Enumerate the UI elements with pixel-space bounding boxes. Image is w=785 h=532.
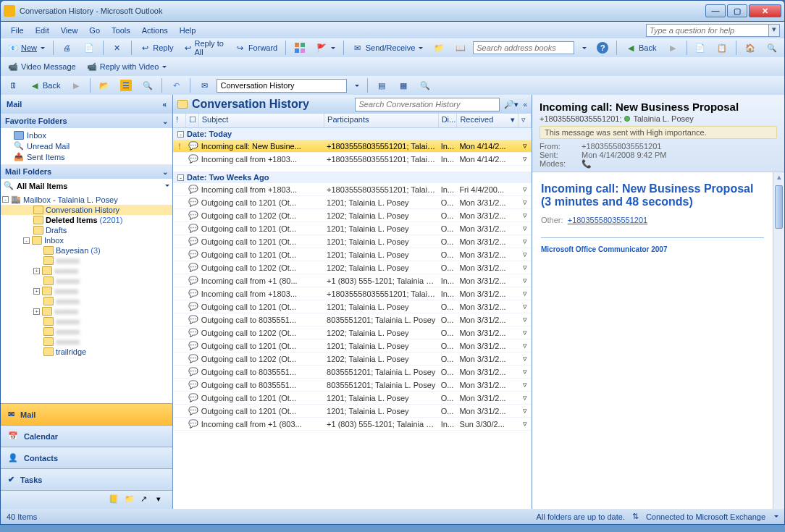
big-calendar-button[interactable]: 📅Calendar: [1, 425, 172, 447]
back2-button[interactable]: ◀Back: [25, 77, 64, 93]
message-row[interactable]: 💬Outgoing call to 1201 (Ot...1201; Talai…: [173, 339, 532, 352]
message-row[interactable]: 💬Outgoing call to 1201 (Ot...1201; Talai…: [173, 196, 532, 209]
message-row[interactable]: 💬Outgoing call to 1201 (Ot...1201; Talai…: [173, 392, 532, 405]
search-books-dropdown[interactable]: [577, 45, 590, 51]
all-mail-items[interactable]: 🔍 All Mail Items: [1, 179, 172, 193]
tree-row[interactable]: +xxxxxx: [1, 306, 172, 316]
print3-button[interactable]: 🔍: [138, 77, 157, 93]
tree-row[interactable]: trailridge: [1, 347, 172, 357]
message-row[interactable]: 💬Incoming call from +1 (803...+1 (803) 5…: [173, 418, 532, 431]
view-btn-b[interactable]: ▦: [394, 77, 413, 93]
reading-pane-button[interactable]: ☰: [117, 77, 135, 93]
big-tasks-button[interactable]: ✔Tasks: [1, 468, 172, 490]
view-btn-a[interactable]: ▤: [372, 77, 391, 93]
current-folder-combo[interactable]: [217, 79, 347, 93]
group-header[interactable]: - Date: Today: [173, 128, 532, 140]
message-row[interactable]: 💬Outgoing call to 1202 (Ot...1202; Talai…: [173, 261, 532, 274]
menu-view[interactable]: View: [55, 25, 84, 36]
forward-button[interactable]: ↪Forward: [231, 40, 281, 56]
menu-file[interactable]: File: [5, 25, 30, 36]
tree-mailbox[interactable]: -🏬Mailbox - Talainia L. Posey: [1, 194, 172, 205]
fav-inbox[interactable]: Inbox: [14, 130, 172, 140]
message-row[interactable]: 💬Outgoing call to 1201 (Ot...1201; Talai…: [173, 222, 532, 235]
outlook-today-button[interactable]: 🗓: [4, 77, 22, 93]
message-row[interactable]: 💬Incoming call from +1803...+18035558035…: [173, 287, 532, 300]
print-button[interactable]: 🖨: [58, 40, 77, 56]
col-participants[interactable]: Participants: [324, 114, 439, 127]
message-row[interactable]: 💬Outgoing call to 1201 (Ot...1201; Talai…: [173, 405, 532, 418]
tree-row[interactable]: Deleted Items (2201): [1, 215, 172, 225]
forward-nav-button[interactable]: ▶: [663, 40, 682, 56]
tree-row[interactable]: xxxxxx: [1, 316, 172, 326]
minimize-button[interactable]: —: [705, 4, 726, 17]
other-number-link[interactable]: +18035558035551201: [568, 216, 647, 224]
tree-row[interactable]: xxxxxx: [1, 256, 172, 266]
undo-button[interactable]: ↶: [167, 77, 185, 93]
search-address-books-input[interactable]: [473, 41, 574, 54]
message-row[interactable]: !💬Incoming call: New Busine...+180355580…: [173, 140, 532, 153]
followup-button[interactable]: 🚩: [312, 40, 339, 56]
scroll-thumb[interactable]: [775, 185, 783, 229]
find-button[interactable]: 🔍: [763, 40, 781, 56]
rules-button[interactable]: ✉: [195, 77, 214, 93]
notes-shortcut-icon[interactable]: 📒: [109, 494, 120, 506]
fav-folders-header[interactable]: Favorite Folders⌄: [1, 114, 172, 128]
col-direction[interactable]: Di...: [439, 114, 458, 127]
collapse-search-button[interactable]: «: [523, 101, 527, 109]
message-row[interactable]: 💬Outgoing call to 8035551...8035551201; …: [173, 366, 532, 379]
up-folder-button[interactable]: 📂: [95, 77, 114, 93]
message-row[interactable]: 💬Outgoing call to 1201 (Ot...1201; Talai…: [173, 300, 532, 313]
help-button[interactable]: ?: [593, 40, 612, 56]
tree-row[interactable]: xxxxxx: [1, 337, 172, 347]
help-search-input[interactable]: [646, 24, 769, 37]
fav-sent[interactable]: 📤Sent Items: [14, 151, 172, 162]
message-row[interactable]: 💬Outgoing call to 1201 (Ot...1201; Talai…: [173, 248, 532, 261]
home-button[interactable]: 🏠: [741, 40, 760, 56]
menu-help[interactable]: Help: [174, 25, 202, 36]
search-go-icon[interactable]: 🔎▾: [504, 100, 519, 109]
back-button[interactable]: ◀Back: [621, 40, 660, 56]
tree-row[interactable]: xxxxxx: [1, 326, 172, 337]
shortcuts-icon[interactable]: ↗: [140, 494, 152, 506]
message-row[interactable]: 💬Outgoing call to 1202 (Ot...1202; Talai…: [173, 209, 532, 222]
menu-tools[interactable]: Tools: [106, 25, 136, 36]
tree-row[interactable]: Bayesian (3): [1, 245, 172, 256]
tree-row[interactable]: +xxxxxx: [1, 266, 172, 276]
message-row[interactable]: 💬Incoming call from +1803...+18035558035…: [173, 153, 532, 166]
reply-all-button[interactable]: ↩Reply to All: [180, 37, 227, 59]
col-icon[interactable]: ☐: [186, 114, 199, 127]
tree-row[interactable]: xxxxxx: [1, 276, 172, 286]
message-row[interactable]: 💬Outgoing call to 8035551...8035551201; …: [173, 313, 532, 326]
configure-buttons-icon[interactable]: ▾: [156, 494, 168, 506]
tree-row[interactable]: -Inbox: [1, 235, 172, 245]
message-row[interactable]: 💬Outgoing call to 1202 (Ot...1202; Talai…: [173, 326, 532, 339]
tree-row[interactable]: xxxxxx: [1, 296, 172, 306]
fav-unread[interactable]: 🔍Unread Mail: [14, 140, 172, 151]
folder-button[interactable]: 📁: [429, 40, 448, 56]
help-search-dropdown[interactable]: ▾: [768, 24, 780, 37]
reply-video-button[interactable]: 📹Reply with Video: [83, 59, 171, 75]
group-header[interactable]: - Date: Two Weeks Ago: [173, 172, 532, 183]
tree-row[interactable]: Conversation History: [1, 205, 172, 215]
collapse-nav-button[interactable]: «: [162, 101, 167, 109]
search-folder-input[interactable]: [355, 98, 500, 111]
send-receive-button[interactable]: ✉Send/Receive: [348, 40, 427, 56]
new-button[interactable]: 📧New: [4, 40, 49, 56]
message-row[interactable]: 💬Incoming call from +1 (80...+1 (803) 55…: [173, 274, 532, 287]
delete-button[interactable]: ✕: [108, 40, 127, 56]
address-book-button[interactable]: 📖: [451, 40, 470, 56]
categorize-button[interactable]: [290, 40, 309, 56]
mail-folders-header[interactable]: Mail Folders⌄: [1, 164, 172, 179]
message-row[interactable]: 💬Incoming call from +1803...+18035558035…: [173, 183, 532, 196]
folder-shortcut-icon[interactable]: 📁: [125, 494, 136, 506]
tb-btn-a[interactable]: 📄: [691, 40, 710, 56]
folder-combo-dd[interactable]: [350, 83, 363, 89]
connection-menu[interactable]: [774, 515, 778, 518]
col-subject[interactable]: Subject: [199, 114, 324, 127]
col-received[interactable]: Received▾: [457, 114, 519, 127]
menu-actions[interactable]: Actions: [136, 25, 174, 36]
reading-scrollbar[interactable]: ▴: [773, 172, 784, 509]
view-btn-c[interactable]: 🔍: [416, 77, 435, 93]
big-contacts-button[interactable]: 👤Contacts: [1, 447, 172, 468]
menu-edit[interactable]: Edit: [30, 25, 55, 36]
